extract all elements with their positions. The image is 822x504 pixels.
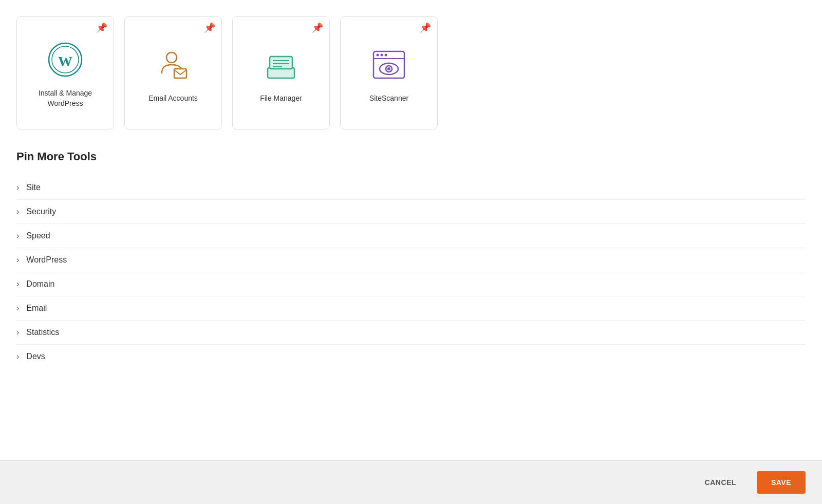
category-label-site: Site bbox=[26, 183, 41, 192]
file-manager-icon bbox=[260, 44, 302, 85]
pin-more-section: Pin More Tools › Site › Security › Speed… bbox=[16, 150, 806, 368]
email-accounts-label: Email Accounts bbox=[148, 94, 198, 104]
footer: CANCEL SAVE bbox=[0, 460, 822, 504]
pin-icon-email: 📌 bbox=[204, 22, 215, 33]
file-manager-label: File Manager bbox=[260, 94, 302, 104]
pinned-tools-grid: 📌 W Install & ManageWordPress 📌 bbox=[16, 16, 806, 129]
svg-point-18 bbox=[387, 67, 390, 70]
category-label-wordpress: WordPress bbox=[26, 255, 67, 265]
category-item-email[interactable]: › Email bbox=[16, 296, 806, 321]
category-item-wordpress[interactable]: › WordPress bbox=[16, 248, 806, 272]
category-label-speed: Speed bbox=[26, 231, 50, 240]
category-item-domain[interactable]: › Domain bbox=[16, 272, 806, 296]
chevron-icon-domain: › bbox=[16, 279, 19, 289]
wordpress-icon: W bbox=[45, 39, 86, 80]
category-label-statistics: Statistics bbox=[26, 328, 59, 337]
pin-more-title: Pin More Tools bbox=[16, 150, 806, 163]
category-label-security: Security bbox=[26, 207, 56, 216]
pin-icon-wordpress: 📌 bbox=[96, 22, 107, 33]
svg-point-12 bbox=[377, 54, 379, 57]
save-button[interactable]: SAVE bbox=[757, 471, 806, 494]
category-list: › Site › Security › Speed › WordPress › … bbox=[16, 176, 806, 368]
chevron-icon-email: › bbox=[16, 304, 19, 313]
chevron-icon-devs: › bbox=[16, 352, 19, 361]
category-item-security[interactable]: › Security bbox=[16, 200, 806, 224]
category-label-devs: Devs bbox=[26, 352, 45, 361]
tool-card-email-accounts[interactable]: 📌 Email Accounts bbox=[124, 16, 222, 129]
category-item-speed[interactable]: › Speed bbox=[16, 224, 806, 248]
wordpress-label: Install & ManageWordPress bbox=[39, 88, 92, 108]
chevron-icon-wordpress: › bbox=[16, 255, 19, 265]
category-item-site[interactable]: › Site bbox=[16, 176, 806, 200]
category-label-email: Email bbox=[26, 304, 47, 313]
cancel-button[interactable]: CANCEL bbox=[695, 472, 746, 493]
tool-card-sitescanner[interactable]: 📌 SiteScanner bbox=[340, 16, 438, 129]
svg-point-14 bbox=[385, 54, 387, 57]
svg-point-3 bbox=[166, 52, 177, 63]
chevron-icon-speed: › bbox=[16, 231, 19, 240]
sitescanner-label: SiteScanner bbox=[369, 94, 408, 104]
category-item-statistics[interactable]: › Statistics bbox=[16, 321, 806, 345]
category-item-devs[interactable]: › Devs bbox=[16, 345, 806, 368]
svg-rect-4 bbox=[174, 69, 186, 78]
email-accounts-icon bbox=[153, 44, 194, 85]
tool-card-file-manager[interactable]: 📌 File Manager bbox=[232, 16, 330, 129]
pin-icon-filemanager: 📌 bbox=[312, 22, 323, 33]
chevron-icon-security: › bbox=[16, 207, 19, 216]
sitescanner-icon bbox=[368, 44, 409, 85]
pin-icon-sitescanner: 📌 bbox=[420, 22, 431, 33]
chevron-icon-site: › bbox=[16, 183, 19, 192]
tool-card-wordpress[interactable]: 📌 W Install & ManageWordPress bbox=[16, 16, 114, 129]
chevron-icon-statistics: › bbox=[16, 328, 19, 337]
svg-point-13 bbox=[381, 54, 383, 57]
svg-text:W: W bbox=[58, 53, 72, 69]
category-label-domain: Domain bbox=[26, 279, 54, 289]
